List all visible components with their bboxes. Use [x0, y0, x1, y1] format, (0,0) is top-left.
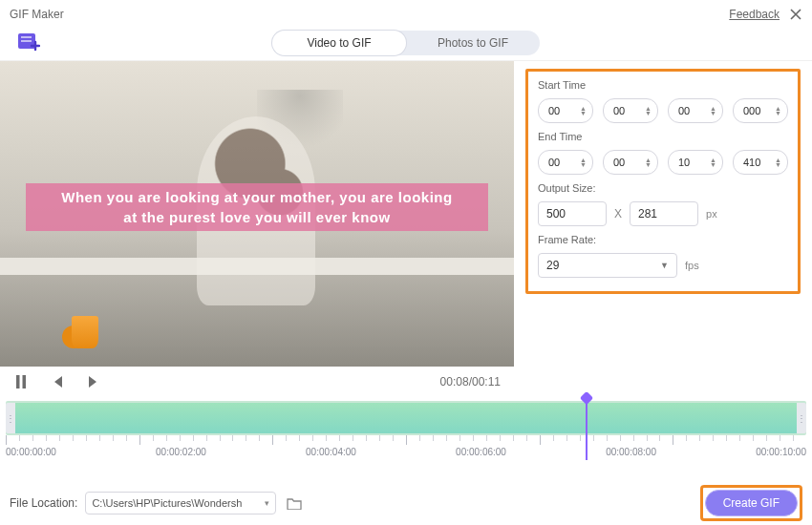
- chevron-down-icon: ▾: [265, 498, 269, 508]
- stepper-arrows-icon[interactable]: ▲▼: [645, 158, 652, 167]
- stepper-arrows-icon[interactable]: ▲▼: [710, 158, 716, 167]
- ruler-label: 00:00:00:00: [6, 447, 56, 457]
- ruler-label: 00:00:10:00: [756, 447, 806, 457]
- ruler-label: 00:00:08:00: [606, 447, 656, 457]
- create-gif-button[interactable]: Create GIF: [705, 490, 798, 516]
- pause-icon[interactable]: [13, 374, 29, 389]
- end-mm-stepper[interactable]: 00▲▼: [603, 150, 658, 175]
- stepper-arrows-icon[interactable]: ▲▼: [580, 158, 587, 167]
- tab-video-to-gif[interactable]: Video to GIF: [272, 31, 406, 55]
- start-hh-stepper[interactable]: 00▲▼: [538, 98, 593, 123]
- range-start-handle[interactable]: ⋮: [6, 403, 15, 433]
- clip-range-timeline[interactable]: ⋮ ⋮: [6, 401, 806, 435]
- stepper-arrows-icon[interactable]: ▲▼: [580, 106, 587, 116]
- stepper-arrows-icon[interactable]: ▲▼: [645, 106, 652, 116]
- frame-rate-select[interactable]: 29 ▼: [538, 253, 677, 278]
- start-mm-stepper[interactable]: 00▲▼: [603, 98, 658, 123]
- app-logo-icon: [10, 31, 48, 55]
- svg-rect-1: [16, 375, 20, 388]
- output-height-input[interactable]: 281: [630, 201, 698, 226]
- svg-rect-2: [23, 375, 27, 388]
- output-width-input[interactable]: 500: [538, 201, 607, 226]
- close-icon[interactable]: [789, 8, 802, 21]
- start-time-label: Start Time: [538, 79, 788, 91]
- fps-unit: fps: [685, 260, 699, 271]
- video-subtitle: When you are looking at your mother, you…: [26, 183, 488, 231]
- end-ms-stepper[interactable]: 410▲▼: [733, 150, 788, 175]
- window-title: GIF Maker: [10, 8, 64, 21]
- gif-settings-panel: Start Time 00▲▼ 00▲▼ 00▲▼ 000▲▼ End Time…: [525, 69, 801, 294]
- prev-frame-icon[interactable]: [50, 374, 65, 389]
- frame-rate-label: Frame Rate:: [538, 234, 788, 245]
- file-location-label: File Location:: [10, 496, 77, 510]
- time-ruler: 00:00:00:0000:00:02:0000:00:04:0000:00:0…: [6, 435, 806, 464]
- open-folder-icon[interactable]: [284, 493, 305, 514]
- px-unit: px: [706, 208, 717, 220]
- ruler-label: 00:00:04:00: [306, 447, 356, 457]
- video-preview[interactable]: When you are looking at your mother, you…: [0, 61, 514, 367]
- tab-photos-to-gif[interactable]: Photos to GIF: [406, 31, 540, 55]
- size-multiply-icon: X: [614, 207, 622, 220]
- chevron-down-icon: ▼: [660, 261, 669, 270]
- ruler-label: 00:00:06:00: [456, 447, 506, 457]
- range-end-handle[interactable]: ⋮: [797, 403, 806, 433]
- playback-time: 00:08/00:11: [440, 375, 501, 388]
- stepper-arrows-icon[interactable]: ▲▼: [775, 158, 781, 167]
- ruler-label: 00:00:02:00: [156, 447, 206, 457]
- start-ss-stepper[interactable]: 00▲▼: [668, 98, 723, 123]
- video-player: When you are looking at your mother, you…: [0, 61, 514, 397]
- end-time-label: End Time: [538, 131, 788, 142]
- stepper-arrows-icon[interactable]: ▲▼: [710, 106, 716, 116]
- file-location-select[interactable]: C:\Users\HP\Pictures\Wondersh ▾: [85, 492, 276, 514]
- mode-tabswitch: Video to GIF Photos to GIF: [272, 31, 540, 55]
- stepper-arrows-icon[interactable]: ▲▼: [775, 106, 781, 116]
- next-frame-icon[interactable]: [86, 374, 101, 389]
- feedback-link[interactable]: Feedback: [729, 8, 780, 21]
- start-ms-stepper[interactable]: 000▲▼: [733, 98, 788, 123]
- end-ss-stepper[interactable]: 10▲▼: [668, 150, 723, 175]
- end-hh-stepper[interactable]: 00▲▼: [538, 150, 593, 175]
- output-size-label: Output Size:: [538, 182, 788, 194]
